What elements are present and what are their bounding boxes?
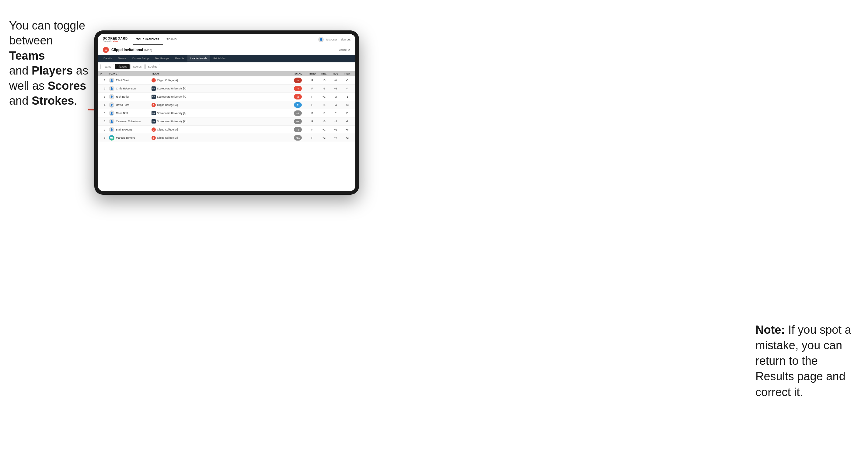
score-badge: +1 <box>294 111 302 116</box>
team-icon: C <box>152 127 156 132</box>
score-badge: +11 <box>294 135 302 141</box>
team-cell: C Clippd College [A] <box>152 78 289 83</box>
col-total: TOTAL <box>289 72 306 75</box>
tab-leaderboards[interactable]: Leaderboards <box>187 55 211 62</box>
player-name-cell: 👤 David Ford <box>109 102 152 108</box>
table-header: # PLAYER TEAM TOTAL THRU RD1 RD2 RD3 <box>98 71 355 76</box>
tournament-title: Clippd Invitational <box>111 48 143 52</box>
tab-printables[interactable]: Printables <box>210 55 228 62</box>
team-cell: SB Scoreboard University [A] <box>152 111 289 115</box>
team-cell: C Clippd College [A] <box>152 103 289 107</box>
avatar: 👤 <box>109 111 114 116</box>
avatar: 👤 <box>109 94 114 99</box>
team-icon: C <box>152 103 156 107</box>
tab-results[interactable]: Results <box>172 55 187 62</box>
col-rank: # <box>100 72 109 75</box>
nav-right: 👤 Test User | Sign out <box>318 37 350 42</box>
player-name-cell: 👤 Cameron Robertson <box>109 119 152 124</box>
nav-user-label: Test User | <box>326 38 339 41</box>
nav-links: TOURNAMENTS TEAMS <box>133 34 180 45</box>
avatar: MT <box>109 135 114 141</box>
score-badge: E <box>294 102 302 108</box>
team-cell: C Clippd College [A] <box>152 136 289 140</box>
tablet-frame: SCOREBOARD Powered by clippd TOURNAMENTS… <box>94 30 359 195</box>
team-cell: SB Scoreboard University [A] <box>152 86 289 91</box>
col-rd1: RD1 <box>318 72 330 75</box>
score-badge: +6 <box>294 119 302 124</box>
left-annotation: You can toggle between Teams and Players… <box>9 18 91 108</box>
tabs-bar: Details Teams Course Setup Tee Groups Re… <box>98 55 355 62</box>
player-name-cell: 👤 Rees Britt <box>109 111 152 116</box>
team-cell: SB Scoreboard University [A] <box>152 95 289 99</box>
player-name-cell: 👤 Chris Robertson <box>109 86 152 91</box>
player-name-cell: 👤 Rich Butler <box>109 94 152 99</box>
score-badge: +8 <box>294 127 302 132</box>
tab-tee-groups[interactable]: Tee Groups <box>152 55 172 62</box>
col-team: TEAM <box>152 72 289 75</box>
team-icon: C <box>152 78 156 83</box>
col-thru: THRU <box>306 72 318 75</box>
sign-out-link[interactable]: Sign out <box>340 38 350 41</box>
scoreboard-logo: SCOREBOARD Powered by clippd <box>103 37 128 42</box>
player-name-cell: 👤 Elliot Ebert <box>109 77 152 83</box>
team-icon: C <box>152 136 156 140</box>
tab-details[interactable]: Details <box>100 55 115 62</box>
tournament-subtitle: (Men) <box>144 49 152 52</box>
col-rd3: RD3 <box>341 72 353 75</box>
tablet-screen: SCOREBOARD Powered by clippd TOURNAMENTS… <box>98 34 355 191</box>
sub-tab-players[interactable]: Players <box>115 64 130 69</box>
avatar: 👤 <box>109 127 114 132</box>
table-row: 6 👤 Cameron Robertson SB Scoreboard Univ… <box>98 118 355 126</box>
table-row: 5 👤 Rees Britt SB Scoreboard University … <box>98 109 355 118</box>
avatar: 👤 <box>109 119 114 124</box>
right-annotation: Note: If you spot a mistake, you can ret… <box>755 322 859 400</box>
team-cell: C Clippd College [A] <box>152 127 289 132</box>
sub-tab-strokes[interactable]: Strokes <box>146 64 160 69</box>
team-icon: SB <box>152 119 156 124</box>
logo-title: SCOREBOARD <box>103 37 128 40</box>
tab-course-setup[interactable]: Course Setup <box>129 55 152 62</box>
avatar: 👤 <box>109 77 114 83</box>
team-cell: SB Scoreboard University [A] <box>152 119 289 124</box>
table-row: 7 👤 Blair McHarg C Clippd College [A] +8… <box>98 126 355 134</box>
tab-teams[interactable]: Teams <box>115 55 129 62</box>
table-row: 1 👤 Elliot Ebert C Clippd College [A] -8… <box>98 76 355 85</box>
sub-tab-teams[interactable]: Teams <box>100 64 114 69</box>
tournament-header: C Clippd Invitational (Men) Cancel ✕ <box>98 45 355 55</box>
avatar: 👤 <box>109 102 114 108</box>
col-player: PLAYER <box>109 72 152 75</box>
table-row: 4 👤 David Ford C Clippd College [A] E F … <box>98 101 355 109</box>
table-row: 2 👤 Chris Robertson SB Scoreboard Univer… <box>98 85 355 93</box>
sub-tab-scores[interactable]: Scores <box>130 64 145 69</box>
table-row: 8 MT Marcus Turners C Clippd College [A]… <box>98 134 355 142</box>
score-badge: -8 <box>294 77 302 83</box>
leaderboard-table: # PLAYER TEAM TOTAL THRU RD1 RD2 RD3 1 👤… <box>98 71 355 191</box>
score-badge: -2 <box>294 94 302 99</box>
player-name-cell: 👤 Blair McHarg <box>109 127 152 132</box>
cancel-button[interactable]: Cancel ✕ <box>339 49 350 52</box>
user-icon: 👤 <box>318 37 324 42</box>
top-nav: SCOREBOARD Powered by clippd TOURNAMENTS… <box>98 34 355 45</box>
col-rd2: RD2 <box>330 72 341 75</box>
table-row: 3 👤 Rich Butler SB Scoreboard University… <box>98 93 355 101</box>
team-icon: SB <box>152 95 156 99</box>
nav-link-teams[interactable]: TEAMS <box>163 34 181 45</box>
tournament-icon: C <box>103 47 109 53</box>
logo-subtitle: Powered by clippd <box>103 40 128 42</box>
nav-link-tournaments[interactable]: TOURNAMENTS <box>133 34 163 45</box>
sub-tabs-bar: Teams Players Scores Strokes <box>98 62 355 71</box>
team-icon: SB <box>152 111 156 115</box>
player-name-cell: MT Marcus Turners <box>109 135 152 141</box>
team-icon: SB <box>152 86 156 91</box>
score-badge: -4 <box>294 86 302 91</box>
avatar: 👤 <box>109 86 114 91</box>
